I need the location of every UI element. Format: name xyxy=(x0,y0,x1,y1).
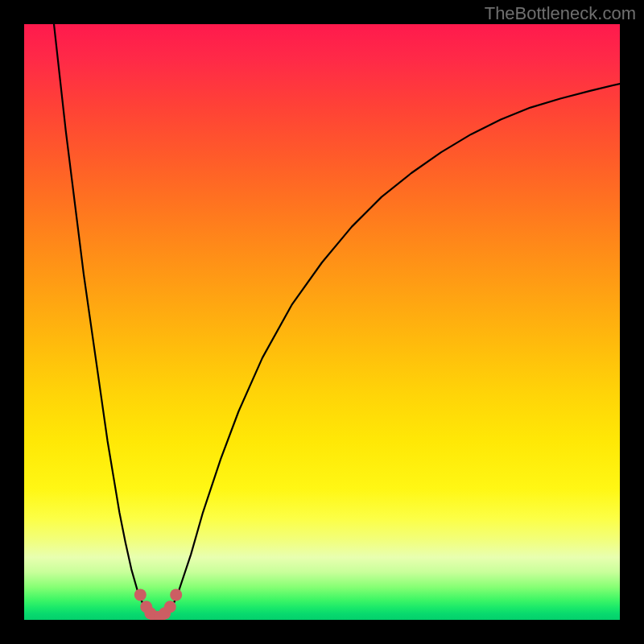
chart-frame: TheBottleneck.com xyxy=(0,0,644,644)
plot-area xyxy=(24,24,620,620)
trough-marker-group xyxy=(134,588,182,620)
trough-marker xyxy=(164,601,176,613)
chart-svg xyxy=(24,24,620,620)
watermark-text: TheBottleneck.com xyxy=(485,3,636,24)
trough-marker xyxy=(134,588,147,601)
bottleneck-curve xyxy=(54,24,620,618)
trough-marker xyxy=(170,588,182,601)
